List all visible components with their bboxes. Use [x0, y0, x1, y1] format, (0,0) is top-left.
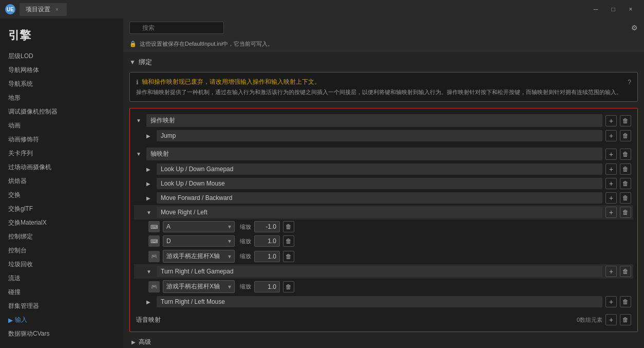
voice-mapping-delete-button[interactable]: 🗑 — [620, 314, 631, 325]
sidebar-section-title: 引擎 — [0, 24, 123, 49]
turn-gamepad-delete-button[interactable]: 🗑 — [620, 266, 631, 277]
turn-mouse-arrow[interactable]: ▶ — [146, 299, 154, 305]
move-fb-label: Move Forward / Backward — [157, 192, 602, 204]
sidebar-item-lod[interactable]: 层级LOD — [0, 49, 123, 63]
red-bordered-section: ▼ 操作映射 + 🗑 Jump ▶ Jump + 🗑 — [129, 108, 638, 332]
sidebar-item-animation[interactable]: 动画 — [0, 119, 123, 133]
axis-move-fb-row: ▶ Move Forward / Backward + 🗑 — [134, 191, 633, 205]
settings-icon[interactable]: ⚙ — [631, 24, 638, 32]
axis-gamepad-rl-select[interactable]: 游戏手柄左摇杆X轴 ▾ — [163, 250, 235, 263]
minimize-button[interactable]: ─ — [588, 2, 604, 16]
axis-move-rl-row: ▼ Move Right / Left + 🗑 — [134, 205, 633, 219]
sidebar-item-gc[interactable]: 垃圾回收 — [0, 258, 123, 271]
axis-mapping-header-row: ▼ 轴映射 + 🗑 — [134, 146, 633, 162]
scale-turn-gamepad-input[interactable] — [254, 281, 280, 292]
lookup-mouse-add-button[interactable]: + — [605, 178, 617, 189]
sidebar-item-input-label: 输入 — [15, 316, 27, 324]
sidebar-item-debugcam[interactable]: 调试摄像机控制器 — [0, 105, 123, 119]
sidebar-item-exchange[interactable]: 交换 — [0, 188, 123, 202]
turn-gamepad-add-button[interactable]: + — [605, 266, 617, 277]
content-toolbar: 🔍 ⚙ — [123, 19, 644, 37]
sidebar-item-streaming[interactable]: 流送 — [0, 271, 123, 285]
sidebar-item-baker[interactable]: 烘焙器 — [0, 174, 123, 188]
axis-turn-mouse-row: ▶ Turn Right / Left Mouse + 🗑 — [134, 295, 633, 309]
jump-expand-arrow[interactable]: ▶ — [146, 133, 154, 139]
search-input[interactable] — [129, 22, 224, 34]
turn-mouse-label: Turn Right / Left Mouse — [157, 296, 602, 307]
axis-lookup-mouse-row: ▶ Look Up / Down Mouse + 🗑 — [134, 176, 633, 191]
info-banner: 🔒 这些设置被保存在DefaultInput.ini中，它当前可写入。 — [123, 37, 644, 51]
sidebar-item-console[interactable]: 控制台 — [0, 244, 123, 258]
move-rl-label: Move Right / Left — [157, 207, 602, 218]
sidebar-item-landscape[interactable]: 地形 — [0, 91, 123, 105]
warning-help-icon[interactable]: ? — [628, 79, 631, 86]
turn-mouse-delete-button[interactable]: 🗑 — [620, 296, 631, 307]
axis-d-value: D — [166, 237, 171, 245]
axis-turn-gamepad-select[interactable]: 游戏手柄右摇杆X轴 ▾ — [163, 280, 235, 293]
axis-mapping-arrow[interactable]: ▼ — [136, 151, 143, 157]
restore-button[interactable]: □ — [605, 2, 621, 16]
sidebar-item-datacvars[interactable]: 数据驱动CVars — [0, 327, 123, 341]
axis-d-delete-button[interactable]: 🗑 — [283, 235, 294, 247]
move-fb-delete-button[interactable]: 🗑 — [620, 192, 631, 204]
move-rl-delete-button[interactable]: 🗑 — [620, 207, 631, 218]
jump-delete-button[interactable]: 🗑 — [620, 130, 631, 141]
action-mapping-arrow[interactable]: ▼ — [136, 118, 143, 123]
move-rl-add-button[interactable]: + — [605, 207, 617, 218]
turn-gamepad-arrow[interactable]: ▼ — [146, 269, 154, 274]
axis-turn-gamepad-row: ▼ Turn Right / Left Gamepad + 🗑 — [134, 264, 633, 279]
move-fb-arrow[interactable]: ▶ — [146, 195, 154, 201]
axis-turn-gamepad-value: 游戏手柄右摇杆X轴 — [166, 282, 220, 291]
sidebar-item-cinecam[interactable]: 过场动画摄像机 — [0, 160, 123, 174]
sidebar-item-controlrig[interactable]: 控制绑定 — [0, 230, 123, 244]
axis-a-delete-button[interactable]: 🗑 — [283, 221, 294, 232]
lookup-mouse-label: Look Up / Down Mouse — [157, 178, 602, 189]
axis-d-dropdown-arrow: ▾ — [228, 237, 231, 245]
sidebar-item-animmod[interactable]: 动画修饰符 — [0, 133, 123, 146]
sidebar-item-navmesh[interactable]: 导航网格体 — [0, 63, 123, 77]
scale-d-label: 缩放 — [240, 237, 251, 245]
tab-close-button[interactable]: × — [53, 6, 61, 13]
move-rl-arrow[interactable]: ▼ — [146, 210, 154, 215]
sidebar: 引擎 层级LOD 导航网格体 导航系统 地形 调试摄像机控制器 动画 动画修饰符… — [0, 19, 123, 348]
sidebar-item-materialx[interactable]: 交换MaterialX — [0, 216, 123, 230]
lookup-gamepad-add-button[interactable]: + — [605, 163, 617, 175]
binding-header: ▼ 绑定 — [129, 58, 638, 67]
axis-a-select[interactable]: A ▾ — [163, 221, 235, 232]
voice-mapping-add-button[interactable]: + — [605, 314, 617, 325]
scale-a-label: 缩放 — [240, 223, 251, 231]
axis-gamepad-rl-delete-button[interactable]: 🗑 — [283, 251, 294, 262]
lookup-gamepad-arrow[interactable]: ▶ — [146, 167, 154, 172]
axis-mapping-add-button[interactable]: + — [605, 149, 617, 160]
gamepad-icon-turn: 🎮 — [148, 281, 160, 292]
turn-mouse-add-button[interactable]: + — [605, 296, 617, 307]
axis-d-select[interactable]: D ▾ — [163, 235, 235, 247]
lookup-mouse-delete-button[interactable]: 🗑 — [620, 178, 631, 189]
sidebar-item-input[interactable]: ▶ 输入 — [0, 313, 123, 327]
action-mapping-add-button[interactable]: + — [605, 115, 617, 126]
axis-mapping-delete-button[interactable]: 🗑 — [620, 149, 631, 160]
keyboard-icon-d: ⌨ — [148, 235, 160, 247]
sidebar-item-levelseq[interactable]: 关卡序列 — [0, 146, 123, 160]
advanced-arrow[interactable]: ▶ — [131, 339, 136, 345]
lookup-mouse-arrow[interactable]: ▶ — [146, 181, 154, 187]
gamepad-icon-rl: 🎮 — [148, 251, 160, 262]
sidebar-item-navsys[interactable]: 导航系统 — [0, 77, 123, 91]
voice-mapping-count: 0数组元素 — [577, 316, 602, 324]
axis-turn-gamepad-delete-button[interactable]: 🗑 — [283, 281, 294, 292]
close-window-button[interactable]: × — [622, 2, 639, 16]
sidebar-item-clustermgr[interactable]: 群集管理器 — [0, 299, 123, 313]
action-mapping-delete-button[interactable]: 🗑 — [620, 115, 631, 126]
scale-d-input[interactable] — [254, 235, 280, 247]
jump-add-button[interactable]: + — [605, 130, 617, 141]
sidebar-item-gltf[interactable]: 交换glTF — [0, 202, 123, 216]
keyboard-icon-a: ⌨ — [148, 221, 160, 232]
advanced-label: 高级 — [139, 338, 151, 346]
sidebar-item-collision[interactable]: 碰撞 — [0, 285, 123, 299]
binding-arrow[interactable]: ▼ — [129, 59, 136, 66]
scale-a-input[interactable] — [254, 221, 280, 232]
scale-gamepad-rl-input[interactable] — [254, 251, 280, 262]
move-fb-add-button[interactable]: + — [605, 192, 617, 204]
axis-mapping-group: ▼ 轴映射 + 🗑 ▶ Look Up / Down Gamepad + 🗑 — [134, 146, 633, 309]
lookup-gamepad-delete-button[interactable]: 🗑 — [620, 163, 631, 175]
